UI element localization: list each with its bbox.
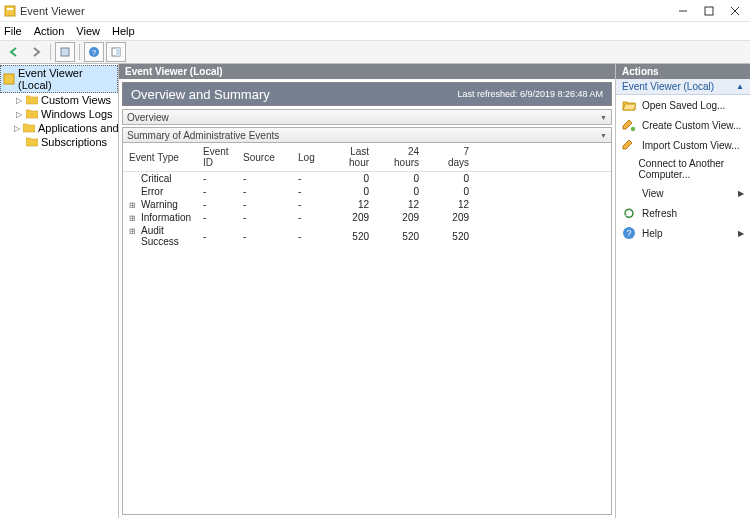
events-table-container: Event Type Event ID Source Log Last hour… — [122, 143, 612, 515]
window-title: Event Viewer — [20, 5, 85, 17]
refresh-icon — [622, 206, 636, 220]
action-item[interactable]: Open Saved Log... — [616, 95, 750, 115]
last-hour: 0 — [332, 185, 387, 198]
folder-icon — [26, 136, 38, 148]
titlebar: Event Viewer — [0, 0, 750, 22]
create-icon — [622, 118, 636, 132]
col-event-id[interactable]: Event ID — [197, 143, 237, 172]
table-row[interactable]: ⊞Information---209209209 — [123, 211, 611, 224]
nav-item[interactable]: ▷Windows Logs — [0, 107, 118, 121]
nav-item-label: Applications and Services Lo — [38, 122, 119, 134]
back-button[interactable] — [4, 42, 24, 62]
maximize-button[interactable] — [696, 1, 722, 21]
menu-help[interactable]: Help — [112, 25, 135, 37]
last-hour: 209 — [332, 211, 387, 224]
table-row[interactable]: Error---000 — [123, 185, 611, 198]
forward-button[interactable] — [26, 42, 46, 62]
event-type: Information — [141, 212, 191, 223]
summary-section[interactable]: Summary of Administrative Events ▼ — [122, 127, 612, 143]
nav-item[interactable]: ▷Applications and Services Lo — [0, 121, 118, 135]
action-item[interactable]: View▶ — [616, 183, 750, 203]
overview-title: Overview and Summary — [131, 87, 270, 102]
col-source[interactable]: Source — [237, 143, 292, 172]
overview-label: Overview — [127, 112, 169, 123]
event-log: - — [292, 198, 332, 211]
submenu-arrow-icon: ▶ — [738, 229, 744, 238]
action-item[interactable]: Refresh — [616, 203, 750, 223]
action-label: View — [642, 188, 664, 199]
event-id: - — [197, 211, 237, 224]
center-pane: Event Viewer (Local) Overview and Summar… — [119, 64, 616, 518]
h24: 520 — [387, 224, 437, 248]
folder-icon — [23, 122, 35, 134]
action-item[interactable]: Connect to Another Computer... — [616, 155, 750, 183]
expand-icon[interactable]: ⊞ — [129, 214, 138, 223]
nav-item[interactable]: Subscriptions — [0, 135, 118, 149]
nav-item[interactable]: ▷Custom Views — [0, 93, 118, 107]
help-button[interactable]: ? — [84, 42, 104, 62]
help-icon: ? — [622, 226, 636, 240]
expand-icon[interactable]: ▷ — [14, 110, 23, 119]
svg-text:?: ? — [92, 48, 97, 57]
expand-icon[interactable]: ⊞ — [129, 227, 138, 236]
submenu-arrow-icon: ▶ — [738, 189, 744, 198]
menu-view[interactable]: View — [76, 25, 100, 37]
menu-file[interactable]: File — [4, 25, 22, 37]
event-type: Error — [141, 186, 163, 197]
col-24-hours[interactable]: 24 hours — [387, 143, 437, 172]
d7: 0 — [437, 172, 487, 186]
col-log[interactable]: Log — [292, 143, 332, 172]
event-source: - — [237, 211, 292, 224]
action-pane-button[interactable] — [106, 42, 126, 62]
event-source: - — [237, 172, 292, 186]
expand-icon[interactable]: ▷ — [14, 96, 23, 105]
actions-pane: Actions Event Viewer (Local) ▲ Open Save… — [616, 64, 750, 518]
overview-section[interactable]: Overview ▼ — [122, 109, 612, 125]
col-event-type[interactable]: Event Type — [123, 143, 197, 172]
nav-tree: Event Viewer (Local) ▷Custom Views▷Windo… — [0, 64, 119, 518]
chevron-down-icon: ▼ — [600, 132, 607, 139]
expand-icon[interactable]: ⊞ — [129, 201, 138, 210]
svg-rect-0 — [5, 6, 15, 16]
actions-subheader[interactable]: Event Viewer (Local) ▲ — [616, 79, 750, 95]
menu-action[interactable]: Action — [34, 25, 65, 37]
last-hour: 0 — [332, 172, 387, 186]
svg-rect-10 — [116, 48, 120, 56]
col-last-hour[interactable]: Last hour — [332, 143, 387, 172]
table-row[interactable]: ⊞Warning---121212 — [123, 198, 611, 211]
action-item[interactable]: ?Help▶ — [616, 223, 750, 243]
last-hour: 12 — [332, 198, 387, 211]
col-7-days[interactable]: 7 days — [437, 143, 487, 172]
d7: 520 — [437, 224, 487, 248]
overview-title-bar: Overview and Summary Last refreshed: 6/9… — [122, 82, 612, 106]
action-item[interactable]: Create Custom View... — [616, 115, 750, 135]
events-table: Event Type Event ID Source Log Last hour… — [123, 143, 611, 248]
blank-icon — [622, 162, 633, 176]
event-type: Audit Success — [141, 225, 179, 247]
action-label: Import Custom View... — [642, 140, 740, 151]
minimize-button[interactable] — [670, 1, 696, 21]
svg-point-12 — [631, 127, 635, 131]
nav-root[interactable]: Event Viewer (Local) — [0, 65, 118, 93]
action-label: Create Custom View... — [642, 120, 741, 131]
close-button[interactable] — [722, 1, 748, 21]
svg-rect-1 — [7, 8, 13, 10]
nav-item-label: Subscriptions — [41, 136, 107, 148]
table-row[interactable]: Critical---000 — [123, 172, 611, 186]
action-item[interactable]: Import Custom View... — [616, 135, 750, 155]
action-label: Connect to Another Computer... — [639, 158, 744, 180]
d7: 209 — [437, 211, 487, 224]
properties-button[interactable] — [55, 42, 75, 62]
last-hour: 520 — [332, 224, 387, 248]
event-id: - — [197, 224, 237, 248]
event-type: Critical — [141, 173, 172, 184]
actions-header: Actions — [616, 64, 750, 79]
expand-icon[interactable]: ▷ — [14, 124, 20, 133]
app-icon — [4, 5, 16, 17]
h24: 0 — [387, 185, 437, 198]
toolbar: ? — [0, 40, 750, 64]
table-row[interactable]: ⊞Audit Success---520520520 — [123, 224, 611, 248]
event-log: - — [292, 211, 332, 224]
event-id: - — [197, 185, 237, 198]
nav-item-label: Custom Views — [41, 94, 111, 106]
